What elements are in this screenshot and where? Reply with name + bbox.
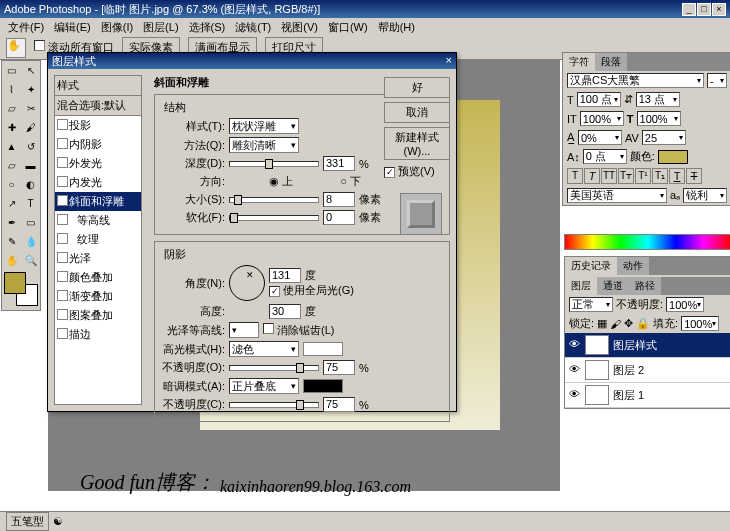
direction-down-radio[interactable]: ○ 下 xyxy=(297,174,361,189)
shadow-opacity-input[interactable]: 75 xyxy=(323,397,355,412)
global-light-checkbox[interactable]: ✓ 使用全局光(G) xyxy=(269,283,354,298)
allcaps-button[interactable]: TT xyxy=(601,168,617,184)
tab-character[interactable]: 字符 xyxy=(563,53,595,71)
hand-tool-icon[interactable]: ✋ xyxy=(2,251,21,270)
font-family-select[interactable]: 汉鼎CS大黑繁 xyxy=(567,73,704,88)
color-ramp[interactable] xyxy=(565,235,730,249)
size-slider[interactable] xyxy=(229,197,319,203)
blur-tool-icon[interactable]: ○ xyxy=(2,175,21,194)
depth-input[interactable]: 331 xyxy=(323,156,355,171)
lasso-tool-icon[interactable]: ⌇ xyxy=(2,80,21,99)
font-size-select[interactable]: 100 点 xyxy=(577,92,621,107)
style-item-7[interactable]: 光泽 xyxy=(55,249,141,268)
layer-opacity-input[interactable]: 100% xyxy=(666,297,704,312)
technique-select[interactable]: 雕刻清晰 xyxy=(229,137,299,153)
cancel-button[interactable]: 取消 xyxy=(384,102,450,123)
brush-tool-icon[interactable]: 🖌 xyxy=(21,118,40,137)
shadow-color-swatch[interactable] xyxy=(303,379,343,393)
dialog-title-bar[interactable]: 图层样式 × xyxy=(48,53,456,69)
ime-icon[interactable]: ☯ xyxy=(53,515,63,528)
notes-tool-icon[interactable]: ✎ xyxy=(2,232,21,251)
style-item-0[interactable]: 投影 xyxy=(55,116,141,135)
direction-up-radio[interactable]: ◉ 上 xyxy=(229,174,293,189)
maximize-button[interactable]: □ xyxy=(697,3,711,16)
tab-actions[interactable]: 动作 xyxy=(617,257,649,275)
lock-pixels-icon[interactable]: 🖌 xyxy=(610,318,621,330)
close-button[interactable]: × xyxy=(712,3,726,16)
style-item-8[interactable]: 颜色叠加 xyxy=(55,268,141,287)
preview-checkbox[interactable]: ✓ 预览(V) xyxy=(384,164,450,179)
shadow-mode-select[interactable]: 正片叠底 xyxy=(229,378,299,394)
menu-edit[interactable]: 编辑(E) xyxy=(50,20,95,34)
menu-layer[interactable]: 图层(L) xyxy=(139,20,182,34)
hscale-input[interactable]: 100% xyxy=(637,111,681,126)
soften-input[interactable]: 0 xyxy=(323,210,355,225)
font-style-select[interactable]: - xyxy=(707,73,727,88)
path-tool-icon[interactable]: ↗ xyxy=(2,194,21,213)
menu-filter[interactable]: 滤镜(T) xyxy=(231,20,275,34)
style-item-5[interactable]: 等高线 xyxy=(55,211,141,230)
soften-slider[interactable] xyxy=(229,215,319,221)
baseline-input[interactable]: 0 点 xyxy=(583,149,627,164)
fill-input[interactable]: 100% xyxy=(681,316,719,331)
shape-tool-icon[interactable]: ▭ xyxy=(21,213,40,232)
lock-all-icon[interactable]: 🔒 xyxy=(636,317,650,330)
eraser-tool-icon[interactable]: ▱ xyxy=(2,156,21,175)
tab-paragraph[interactable]: 段落 xyxy=(595,53,627,71)
new-style-button[interactable]: 新建样式(W)... xyxy=(384,127,450,160)
style-item-3[interactable]: 内发光 xyxy=(55,173,141,192)
menu-window[interactable]: 窗口(W) xyxy=(324,20,372,34)
style-item-9[interactable]: 渐变叠加 xyxy=(55,287,141,306)
blend-options-header[interactable]: 混合选项:默认 xyxy=(55,96,141,116)
style-item-2[interactable]: 外发光 xyxy=(55,154,141,173)
depth-slider[interactable] xyxy=(229,161,319,167)
subscript-button[interactable]: T₁ xyxy=(652,168,668,184)
leading-select[interactable]: 13 点 xyxy=(636,92,680,107)
history-brush-icon[interactable]: ↺ xyxy=(21,137,40,156)
size-input[interactable]: 8 xyxy=(323,192,355,207)
style-select[interactable]: 枕状浮雕 xyxy=(229,118,299,134)
italic-button[interactable]: T xyxy=(584,168,600,184)
color-swatch[interactable] xyxy=(4,272,38,308)
lock-transparent-icon[interactable]: ▦ xyxy=(597,317,607,330)
kerning-input[interactable]: 25 xyxy=(642,130,686,145)
pen-tool-icon[interactable]: ✒ xyxy=(2,213,21,232)
menu-view[interactable]: 视图(V) xyxy=(277,20,322,34)
blend-mode-select[interactable]: 正常 xyxy=(569,297,613,312)
layer-row[interactable]: 👁T图层样式 xyxy=(565,333,730,358)
antialias-checkbox[interactable]: 消除锯齿(L) xyxy=(263,323,335,338)
fg-color-icon[interactable] xyxy=(4,272,26,294)
heal-tool-icon[interactable]: ✚ xyxy=(2,118,21,137)
gloss-contour-select[interactable] xyxy=(229,322,259,338)
minimize-button[interactable]: _ xyxy=(682,3,696,16)
superscript-button[interactable]: T¹ xyxy=(635,168,651,184)
ok-button[interactable]: 好 xyxy=(384,77,450,98)
highlight-mode-select[interactable]: 滤色 xyxy=(229,341,299,357)
ime-indicator[interactable]: 五笔型 xyxy=(6,512,49,531)
menu-select[interactable]: 选择(S) xyxy=(185,20,230,34)
style-item-10[interactable]: 图案叠加 xyxy=(55,306,141,325)
highlight-opacity-input[interactable]: 75 xyxy=(323,360,355,375)
styles-header[interactable]: 样式 xyxy=(55,76,141,96)
gradient-tool-icon[interactable]: ▬ xyxy=(21,156,40,175)
eyedropper-tool-icon[interactable]: 💧 xyxy=(21,232,40,251)
stamp-tool-icon[interactable]: ▲ xyxy=(2,137,21,156)
strikethrough-button[interactable]: T xyxy=(686,168,702,184)
language-select[interactable]: 美国英语 xyxy=(567,188,667,203)
underline-button[interactable]: T xyxy=(669,168,685,184)
tab-channels[interactable]: 通道 xyxy=(597,277,629,295)
text-color-swatch[interactable] xyxy=(658,150,688,164)
dodge-tool-icon[interactable]: ◐ xyxy=(21,175,40,194)
wand-tool-icon[interactable]: ✦ xyxy=(21,80,40,99)
tab-layers[interactable]: 图层 xyxy=(565,277,597,295)
visibility-icon[interactable]: 👁 xyxy=(567,363,581,377)
layer-row[interactable]: 👁图层 2 xyxy=(565,358,730,383)
style-item-1[interactable]: 内阴影 xyxy=(55,135,141,154)
highlight-color-swatch[interactable] xyxy=(303,342,343,356)
tab-history[interactable]: 历史记录 xyxy=(565,257,617,275)
marquee-tool-icon[interactable]: ▭ xyxy=(2,61,21,80)
tracking-input[interactable]: 0% xyxy=(578,130,622,145)
layer-row[interactable]: 👁图层 1 xyxy=(565,383,730,408)
menu-file[interactable]: 文件(F) xyxy=(4,20,48,34)
style-item-6[interactable]: 纹理 xyxy=(55,230,141,249)
